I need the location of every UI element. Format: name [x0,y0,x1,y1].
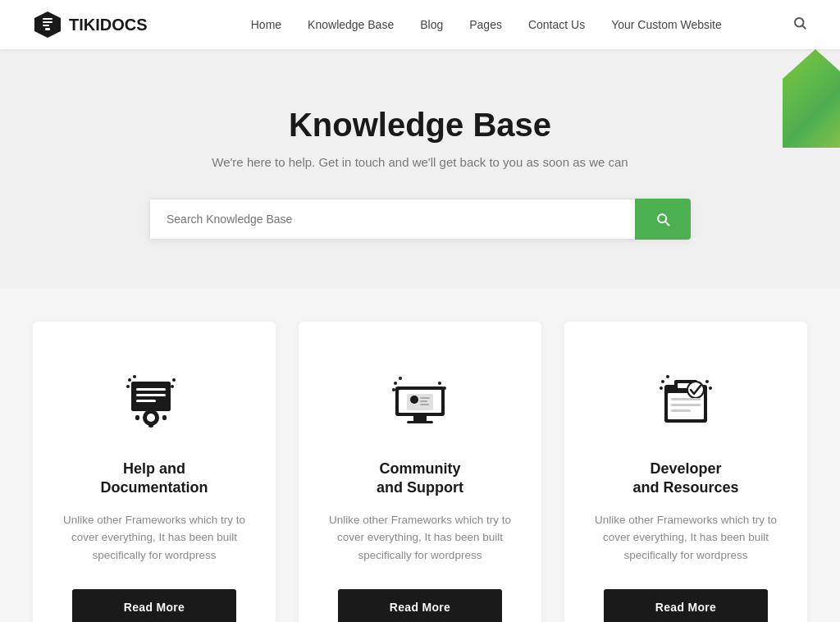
svg-rect-44 [671,409,691,412]
hero-subtitle: We're here to help. Get in touch and we'… [16,155,824,169]
svg-point-47 [666,375,669,378]
svg-point-35 [443,386,446,390]
svg-point-34 [438,382,441,385]
svg-point-31 [392,388,395,391]
svg-rect-28 [420,397,430,399]
navbar-search-icon[interactable] [792,16,807,34]
card-help-documentation: Help andDocumentation Unlike other Frame… [33,322,276,622]
logo-icon [33,10,62,39]
search-bar [149,199,691,240]
help-doc-icon [117,363,191,437]
svg-point-46 [661,380,664,383]
svg-rect-2 [43,21,52,23]
svg-point-12 [147,414,155,422]
hero-title: Knowledge Base [16,107,824,144]
svg-rect-1 [43,18,52,20]
svg-rect-24 [413,416,427,421]
logo-text: TIKIDOCS [69,16,148,34]
search-button[interactable] [635,199,691,240]
svg-point-18 [128,378,131,382]
hero-section: Knowledge Base We're here to help. Get i… [0,49,840,289]
svg-rect-25 [407,421,433,423]
svg-rect-8 [136,388,166,391]
developer-resources-icon [649,363,723,437]
svg-rect-3 [43,25,49,26]
svg-rect-13 [148,408,153,412]
card-developer-resources: Developerand Resources Unlike other Fram… [564,322,807,622]
card-desc-help: Unlike other Frameworks which try to cov… [62,511,246,565]
nav-pages[interactable]: Pages [469,18,502,31]
nav-contact[interactable]: Contact Us [528,18,585,31]
svg-point-32 [394,382,397,385]
cards-grid: Help andDocumentation Unlike other Frame… [33,322,807,622]
card-title-developer: Developerand Resources [632,460,738,498]
navbar: TIKIDOCS Home Knowledge Base Blog Pages … [0,0,840,49]
svg-rect-16 [135,415,139,420]
svg-point-27 [410,396,418,404]
svg-rect-9 [136,394,166,396]
svg-point-20 [171,385,174,388]
svg-rect-30 [420,404,429,405]
search-input[interactable] [149,199,635,240]
svg-point-19 [133,375,136,378]
svg-point-45 [660,386,663,390]
card-desc-community: Unlike other Frameworks which try to cov… [328,511,512,565]
hero-decoration [783,49,840,148]
svg-point-21 [172,378,176,382]
svg-point-49 [709,386,712,390]
card-btn-help[interactable]: Read More [72,589,236,622]
svg-rect-4 [45,28,50,30]
svg-rect-43 [671,404,701,406]
svg-rect-26 [407,394,433,410]
cards-section: Help andDocumentation Unlike other Frame… [0,289,840,622]
svg-point-33 [399,377,402,380]
card-btn-developer[interactable]: Read More [604,589,768,622]
svg-rect-10 [136,400,156,402]
nav-knowledge-base[interactable]: Knowledge Base [308,18,394,31]
card-btn-community[interactable]: Read More [338,589,502,622]
svg-rect-29 [420,400,427,402]
community-support-icon [383,363,457,437]
nav-menu: Home Knowledge Base Blog Pages Contact U… [180,18,792,31]
search-button-icon [655,211,671,227]
logo[interactable]: TIKIDOCS [33,10,148,39]
nav-blog[interactable]: Blog [420,18,443,31]
nav-home[interactable]: Home [251,18,281,31]
svg-rect-14 [148,423,153,428]
card-title-help: Help andDocumentation [100,460,208,498]
svg-point-48 [705,380,709,383]
svg-rect-15 [162,415,167,420]
nav-custom-website[interactable]: Your Custom Website [611,18,722,31]
card-community-support: Communityand Support Unlike other Framew… [299,322,541,622]
card-desc-developer: Unlike other Frameworks which try to cov… [594,511,778,565]
svg-point-17 [126,385,130,388]
svg-rect-42 [671,398,701,400]
svg-line-6 [802,25,805,28]
card-title-community: Communityand Support [377,460,463,498]
